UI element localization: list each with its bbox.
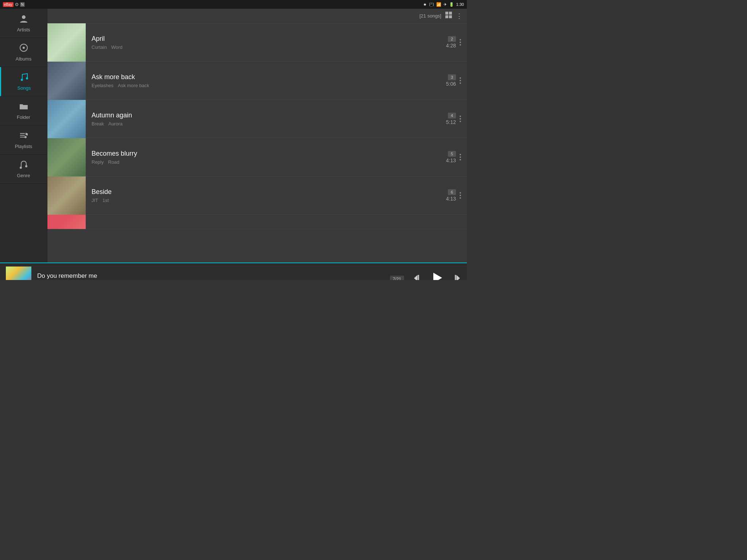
- app-icon-ebay: eBay: [3, 2, 13, 7]
- albums-icon: [19, 43, 28, 55]
- song-title-beside: Beside: [92, 188, 443, 196]
- song-artist-beside: JIT: [92, 198, 98, 203]
- content-area: [21 songs] ⋮ April: [47, 9, 467, 262]
- songs-label: Songs: [18, 85, 31, 91]
- genre-label: Genre: [17, 173, 30, 178]
- svg-point-3: [21, 79, 23, 81]
- song-info-beside: Beside JIT 1st: [92, 188, 443, 203]
- song-artist-april: Curtain: [92, 44, 107, 50]
- song-duration-april: 4:28: [443, 43, 456, 48]
- song-item-becomes-blurry[interactable]: Becomes blurry Reply Road 5 4:13: [47, 138, 467, 176]
- sidebar-item-genre[interactable]: Genre: [0, 155, 47, 184]
- playback-controls: [413, 271, 461, 280]
- svg-rect-16: [418, 275, 419, 280]
- song-right-ask-more-back: 3 5:06: [443, 74, 462, 87]
- song-artist-becomes-blurry: Reply: [92, 159, 104, 165]
- song-item-april[interactable]: April Curtain Word 2 4:28: [47, 23, 467, 62]
- song-info-april: April Curtain Word: [92, 35, 443, 50]
- song-meta-ask-more-back: Eyelashes Ask more back: [92, 83, 443, 88]
- song-more-april[interactable]: [458, 38, 462, 47]
- svg-marker-18: [456, 275, 460, 280]
- sidebar-item-artists[interactable]: Artists: [0, 9, 47, 38]
- song-right-autumn-again: 4 5:12: [443, 113, 462, 125]
- genre-icon: [19, 160, 28, 171]
- song-item-ask-more-back[interactable]: Ask more back Eyelashes Ask more back 3 …: [47, 62, 467, 100]
- song-artwork-partial: [47, 215, 86, 229]
- app-icon-circle: ⊙: [15, 2, 19, 7]
- song-title-ask-more-back: Ask more back: [92, 73, 443, 81]
- song-item-autumn-again[interactable]: Autumn again Break Aurora 4 5:12: [47, 100, 467, 138]
- song-right-becomes-blurry: 5 4:13: [443, 151, 462, 163]
- now-playing-info: Do you remember me Yi: [37, 272, 384, 280]
- next-button[interactable]: [451, 273, 461, 280]
- song-number-becomes-blurry: 5: [448, 151, 456, 157]
- now-playing-artwork: [6, 267, 31, 280]
- sidebar-item-albums[interactable]: Albums: [0, 38, 47, 67]
- grid-view-button[interactable]: [445, 11, 452, 20]
- svg-point-2: [23, 47, 25, 49]
- song-more-ask-more-back[interactable]: [458, 76, 462, 85]
- song-right-april: 2 4:28: [443, 36, 462, 48]
- songs-count: [21 songs]: [419, 13, 441, 19]
- main-layout: Artists Albums Songs: [0, 9, 467, 262]
- svg-rect-14: [449, 15, 452, 18]
- song-album-beside: 1st: [102, 198, 109, 203]
- status-right-icons: ★ 📳 📶 ✈ 🔋 1:30: [423, 2, 464, 7]
- song-meta-beside: JIT 1st: [92, 198, 443, 203]
- artists-label: Artists: [17, 27, 30, 32]
- sidebar-item-folder[interactable]: Folder: [0, 96, 47, 125]
- song-info-autumn-again: Autumn again Break Aurora: [92, 112, 443, 127]
- sidebar-item-songs[interactable]: Songs: [0, 67, 47, 96]
- previous-button[interactable]: [413, 273, 423, 280]
- song-info-ask-more-back: Ask more back Eyelashes Ask more back: [92, 73, 443, 88]
- song-title-april: April: [92, 35, 443, 43]
- song-artwork-becomes-blurry: [47, 138, 86, 176]
- clock: 1:30: [456, 2, 464, 7]
- sidebar: Artists Albums Songs: [0, 9, 47, 262]
- svg-rect-12: [449, 12, 452, 15]
- song-artist-ask-more-back: Eyelashes: [92, 83, 113, 88]
- more-options-button[interactable]: ⋮: [456, 12, 462, 20]
- content-header: [21 songs] ⋮: [47, 9, 467, 23]
- song-artwork-april: [47, 23, 86, 62]
- song-more-becomes-blurry[interactable]: [458, 152, 462, 162]
- song-title-autumn-again: Autumn again: [92, 112, 443, 119]
- song-item-beside[interactable]: Beside JIT 1st 6 4:13: [47, 176, 467, 215]
- song-item-partial[interactable]: [47, 215, 467, 229]
- song-duration-becomes-blurry: 4:13: [443, 158, 456, 163]
- playlists-label: Playlists: [15, 144, 32, 149]
- song-number-april: 2: [448, 36, 456, 42]
- song-album-april: Word: [111, 44, 123, 50]
- song-duration-autumn-again: 5:12: [443, 119, 456, 125]
- song-more-beside[interactable]: [458, 191, 462, 200]
- song-title-becomes-blurry: Becomes blurry: [92, 150, 443, 158]
- song-more-autumn-again[interactable]: [458, 114, 462, 124]
- song-album-ask-more-back: Ask more back: [118, 83, 149, 88]
- svg-marker-17: [433, 273, 442, 280]
- svg-point-10: [20, 167, 22, 169]
- song-artwork-autumn-again: [47, 100, 86, 138]
- battery-icon: 🔋: [449, 2, 454, 7]
- songs-list: April Curtain Word 2 4:28: [47, 23, 467, 262]
- song-meta-april: Curtain Word: [92, 44, 443, 50]
- song-meta-becomes-blurry: Reply Road: [92, 159, 443, 165]
- svg-point-8: [24, 136, 27, 138]
- status-left-icons: eBay ⊙ N: [3, 2, 25, 7]
- folder-icon: [19, 101, 28, 113]
- bluetooth-icon: ★: [423, 2, 427, 7]
- wifi-icon: 📶: [436, 2, 441, 7]
- song-duration-ask-more-back: 5:06: [443, 81, 456, 87]
- song-right-beside: 6 4:13: [443, 189, 462, 202]
- folder-label: Folder: [17, 114, 30, 120]
- albums-label: Albums: [16, 56, 31, 62]
- song-artwork-ask-more-back: [47, 62, 86, 100]
- play-button[interactable]: [430, 271, 444, 280]
- song-info-becomes-blurry: Becomes blurry Reply Road: [92, 150, 443, 165]
- song-artwork-beside: [47, 176, 86, 215]
- song-artist-autumn-again: Break: [92, 121, 104, 127]
- song-number-beside: 6: [448, 189, 456, 195]
- svg-rect-13: [445, 15, 448, 18]
- svg-point-9: [25, 165, 27, 167]
- song-number-ask-more-back: 3: [448, 74, 456, 80]
- sidebar-item-playlists[interactable]: Playlists: [0, 125, 47, 155]
